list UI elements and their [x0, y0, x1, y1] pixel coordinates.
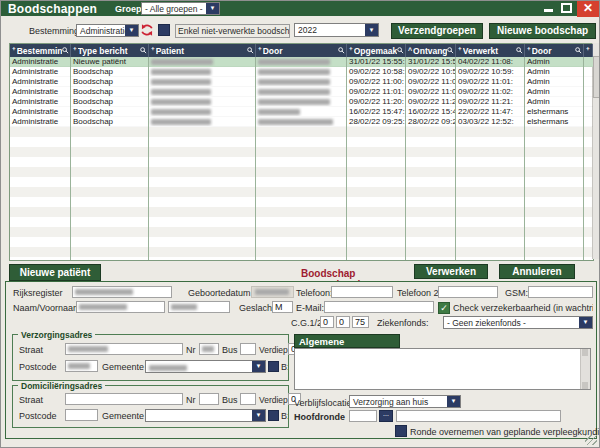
voornaam-field[interactable]: [168, 301, 230, 313]
resize-grip[interactable]: [585, 435, 597, 445]
gemeente-lookup-button[interactable]: [268, 361, 279, 372]
straat-field[interactable]: [65, 393, 183, 405]
filter-label: Enkel niet-verwerkte boodschappen: [175, 24, 290, 38]
straat-field[interactable]: [65, 343, 183, 355]
naam-field[interactable]: [76, 301, 165, 313]
table-scrollbar-thumb[interactable]: [593, 56, 600, 98]
geslacht-label: Geslacht: [239, 303, 275, 313]
window-title: Boodschappen: [8, 2, 97, 16]
search-icon[interactable]: [447, 46, 454, 56]
cell: 03/03/22 12:52:: [456, 117, 525, 126]
cg3-field[interactable]: [352, 316, 369, 328]
nr-field[interactable]: [199, 393, 219, 405]
chevron-down-icon[interactable]: ▼: [206, 3, 219, 14]
cell: Administratie: [10, 97, 71, 106]
gemeente-select[interactable]: ▼: [145, 360, 266, 373]
search-icon[interactable]: [338, 46, 345, 56]
annuleren-button[interactable]: Annuleren: [499, 264, 575, 279]
telefoon-field[interactable]: [331, 286, 393, 298]
column-header-door[interactable]: ⁺Door: [256, 44, 347, 57]
chevron-down-icon[interactable]: ▼: [579, 317, 592, 328]
postcode-field[interactable]: [65, 360, 98, 372]
rijksregister-field[interactable]: [72, 286, 172, 298]
column-header-ontvangen[interactable]: ^Ontvangen: [406, 44, 456, 57]
search-icon[interactable]: [247, 46, 254, 56]
geslacht-field[interactable]: [272, 301, 293, 313]
cell: [584, 67, 593, 76]
cell: 09/02/22 11:01:: [347, 87, 406, 96]
nieuwe-boodschap-button[interactable]: Nieuwe boodschap: [489, 23, 596, 39]
postcode-field[interactable]: [65, 409, 98, 421]
verwerken-button[interactable]: Verwerken: [414, 264, 488, 279]
search-icon[interactable]: [140, 46, 147, 56]
column-header-verwerkt[interactable]: ⁺Verwerkt: [456, 44, 525, 57]
year-select[interactable]: 2022 ▼: [294, 23, 379, 37]
bus-field[interactable]: [240, 393, 256, 405]
verzendgroepen-button[interactable]: Verzendgroepen: [391, 23, 483, 39]
table-row[interactable]: AdministratieBoodschap09/02/22 10:58:09/…: [10, 67, 593, 77]
hoofdronde-name-field[interactable]: [396, 410, 561, 422]
ziekenfonds-label: Ziekenfonds:: [377, 318, 429, 328]
telefoon2-field[interactable]: [438, 286, 498, 298]
email-field[interactable]: [324, 301, 434, 313]
chevron-down-icon[interactable]: ▼: [252, 410, 265, 421]
cell: 28/02/22 09:25:: [347, 117, 406, 126]
chevron-down-icon[interactable]: ▼: [252, 361, 265, 372]
cg2-field[interactable]: [336, 316, 350, 328]
column-header-extra[interactable]: ⁺: [584, 44, 593, 57]
patient-cell-redacted: [149, 117, 256, 126]
column-header-door[interactable]: ⁺Door: [525, 44, 584, 57]
chevron-down-icon[interactable]: ▼: [365, 24, 378, 36]
cg1-field[interactable]: [320, 316, 334, 328]
refresh-icon[interactable]: [140, 23, 154, 39]
table-row[interactable]: AdministratieBoodschap09/02/22 11:20:09/…: [10, 97, 593, 107]
table-row[interactable]: AdministratieBoodschap09/02/22 11:01:09/…: [10, 87, 593, 97]
table-row[interactable]: AdministratieBoodschap28/02/22 09:25:28/…: [10, 117, 593, 127]
column-header-patient[interactable]: ⁺Patient: [149, 44, 256, 57]
chevron-down-icon[interactable]: ▼: [125, 25, 138, 36]
column-separator: [583, 57, 584, 260]
column-header-type-bericht[interactable]: ⁺Type bericht: [71, 44, 149, 57]
maximize-button[interactable]: [561, 3, 572, 13]
table-scrollbar[interactable]: [592, 43, 600, 259]
nr-field[interactable]: [199, 343, 219, 355]
check-verzekerbaarheid-checkbox[interactable]: ✓: [438, 302, 450, 314]
gsm-field[interactable]: [528, 286, 593, 298]
column-header-bestemming[interactable]: ⁺Bestemming: [10, 44, 71, 57]
search-icon[interactable]: [62, 46, 69, 56]
column-separator: [255, 57, 256, 260]
patient-cell-redacted: [149, 97, 256, 106]
search-icon[interactable]: [575, 46, 582, 56]
door-cell-redacted: [256, 77, 347, 86]
search-icon[interactable]: [516, 46, 523, 56]
bus-field[interactable]: [240, 343, 256, 355]
minimize-button[interactable]: [543, 4, 555, 13]
close-button[interactable]: ✕: [577, 1, 599, 17]
nr-label: Nr: [186, 345, 196, 355]
cell: 09/02/22 10:59:: [456, 67, 525, 76]
table-row[interactable]: AdministratieNieuwe patiënt31/01/22 15:5…: [10, 57, 593, 67]
cell: 31/01/22 15:55:: [347, 57, 406, 66]
domicilieringsadres-fieldset: Domiciliëringsadres Straat Nr Bus Verdie…: [12, 385, 289, 428]
table-row[interactable]: AdministratieBoodschap09/02/22 11:00:09/…: [10, 77, 593, 87]
hoofdronde-browse-button[interactable]: ...: [379, 410, 393, 422]
verblijfslocatie-select[interactable]: Verzorging aan huis ▼: [349, 395, 461, 408]
commentaar-scrollbar[interactable]: [580, 349, 590, 389]
gemeente-select[interactable]: ▼: [145, 409, 266, 422]
sort-icon: ⁺: [586, 47, 590, 55]
bus-label: Bus: [222, 395, 238, 405]
search-icon[interactable]: [397, 46, 404, 56]
ronde-overnemen-checkbox[interactable]: [395, 425, 407, 437]
tab-nieuwe-patient[interactable]: Nieuwe patiënt: [9, 264, 101, 281]
cell: Administratie: [10, 77, 71, 86]
ziekenfonds-select[interactable]: - Geen ziekenfonds - ▼: [443, 316, 593, 329]
filter-checkbox[interactable]: [158, 24, 170, 36]
commentaar-textarea[interactable]: [294, 348, 591, 390]
hoofdronde-code-field[interactable]: [349, 410, 377, 422]
groep-select[interactable]: - Alle groepen - ▼: [141, 2, 220, 15]
column-header-opgemaakt[interactable]: ⁺Opgemaakt: [347, 44, 406, 57]
table-row[interactable]: AdministratieBoodschap16/02/22 15:47:16/…: [10, 107, 593, 117]
gemeente-lookup-button[interactable]: [268, 410, 279, 421]
chevron-down-icon[interactable]: ▼: [447, 396, 460, 407]
bestemming-select[interactable]: Administratie ▼: [76, 24, 139, 37]
